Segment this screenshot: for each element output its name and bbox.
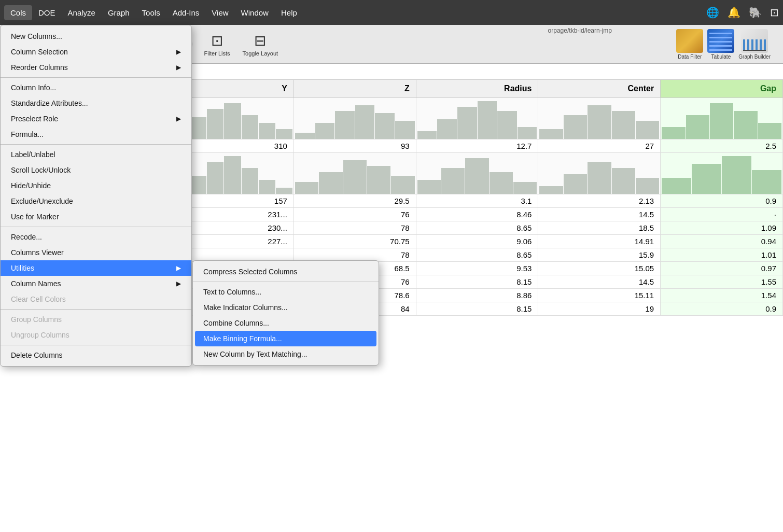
cell-z[interactable]: 78	[293, 221, 416, 235]
cell-gap[interactable]: 0.94	[661, 235, 783, 248]
filter-lists-button[interactable]: ⊡ Filter Lists	[199, 30, 235, 59]
menu-item-column-info[interactable]: Column Info...	[1, 80, 191, 95]
col-header-radius[interactable]: Radius	[416, 80, 538, 98]
menu-item-preselect-role[interactable]: Preselect Role ▶	[1, 111, 191, 127]
toolbar-right: Data Filter Tabulate Graph Builder	[676, 29, 779, 60]
menu-item-ungroup-columns: Ungroup Columns	[1, 327, 191, 343]
menu-separator	[1, 227, 191, 227]
cell-center[interactable]: 14.5	[538, 275, 661, 289]
cell-center[interactable]: 14.5	[538, 208, 661, 221]
graph-builder-button[interactable]: Graph Builder	[738, 29, 771, 60]
cell-radius[interactable]: 9.53	[416, 262, 538, 275]
hist-bar	[417, 131, 437, 139]
cell-gap[interactable]: 0.97	[661, 262, 783, 275]
menu-item-columns-viewer[interactable]: Columns Viewer	[1, 245, 191, 260]
toggle-layout-button[interactable]: ⊟ Toggle Layout	[237, 30, 284, 59]
cell-gap[interactable]: 1.09	[661, 221, 783, 235]
menu-analyze[interactable]: Analyze	[62, 5, 102, 20]
cell-radius[interactable]: 3.1	[416, 194, 538, 208]
menu-cols[interactable]: Cols	[4, 5, 32, 20]
cell-radius[interactable]: 8.15	[416, 275, 538, 289]
submenu-item-text-to-columns[interactable]: Text to Columns...	[193, 284, 379, 300]
cell-gap[interactable]: ·	[661, 208, 783, 221]
submenu-item-combine-columns[interactable]: Combine Columns...	[193, 315, 379, 331]
menu-item-new-columns[interactable]: New Columns...	[1, 29, 191, 44]
cell-radius[interactable]: 8.15	[416, 302, 538, 316]
hist-bar	[395, 121, 415, 139]
menu-addins[interactable]: Add-Ins	[166, 5, 206, 20]
cell-gap[interactable]: 2.5	[661, 139, 783, 153]
menu-item-standardize-attributes[interactable]: Standardize Attributes...	[1, 95, 191, 111]
cell-center[interactable]: 15.11	[538, 289, 661, 302]
cell-radius[interactable]: 8.86	[416, 289, 538, 302]
menu-item-scroll-lock[interactable]: Scroll Lock/Unlock	[1, 162, 191, 178]
bell-icon[interactable]: 🔔	[728, 6, 740, 19]
hist-bar	[539, 186, 563, 194]
cell-radius[interactable]: 8.65	[416, 221, 538, 235]
col-header-z[interactable]: Z	[293, 80, 416, 98]
cell-center[interactable]: 27	[538, 139, 661, 153]
menu-item-use-for-marker[interactable]: Use for Marker	[1, 209, 191, 225]
submenu-item-new-column-text[interactable]: New Column by Text Matching...	[193, 346, 379, 362]
hist-bar	[367, 166, 390, 194]
menu-window[interactable]: Window	[235, 5, 275, 20]
graph-builder-icon	[741, 29, 768, 53]
menu-item-reorder-columns[interactable]: Reorder Columns ▶	[1, 60, 191, 75]
cell-radius[interactable]: 8.46	[416, 208, 538, 221]
cols-dropdown-menu: New Columns... Column Selection ▶ Reorde…	[0, 25, 192, 367]
hist-bar	[497, 111, 517, 139]
menu-graph[interactable]: Graph	[102, 5, 136, 20]
cell-z[interactable]: 70.75	[293, 235, 416, 248]
hist-bar	[662, 178, 691, 194]
col-header-gap[interactable]: Gap	[661, 80, 783, 98]
cell-radius[interactable]: 9.06	[416, 235, 538, 248]
cell-center[interactable]: 14.91	[538, 235, 661, 248]
hist-bars-radius	[416, 98, 538, 139]
cell-center[interactable]: 15.9	[538, 248, 661, 262]
menu-help[interactable]: Help	[275, 5, 303, 20]
submenu-item-make-binning[interactable]: Make Binning Formula...	[195, 331, 376, 346]
cell-radius[interactable]: 12.7	[416, 139, 538, 153]
cell-center[interactable]: 15.05	[538, 262, 661, 275]
menu-item-formula[interactable]: Formula...	[1, 127, 191, 142]
tabulate-button[interactable]: Tabulate	[707, 29, 734, 60]
menu-doe[interactable]: DOE	[32, 5, 62, 20]
col-header-center[interactable]: Center	[538, 80, 661, 98]
globe-icon[interactable]: 🌐	[706, 6, 719, 19]
cell-z[interactable]: 93	[293, 139, 416, 153]
cell-center[interactable]: 2.13	[538, 194, 661, 208]
cell-z[interactable]: 29.5	[293, 194, 416, 208]
elephant-icon[interactable]: 🐘	[749, 6, 762, 19]
cell-center[interactable]: 18.5	[538, 221, 661, 235]
cell-gap[interactable]: 1.55	[661, 275, 783, 289]
menu-item-column-names[interactable]: Column Names ▶	[1, 276, 191, 291]
window-icon[interactable]: ⊡	[770, 6, 779, 19]
menu-item-hide-unhide[interactable]: Hide/Unhide	[1, 178, 191, 193]
menu-item-exclude-unexclude[interactable]: Exclude/Unexclude	[1, 193, 191, 209]
cell-gap[interactable]: 0.9	[661, 302, 783, 316]
cell-z[interactable]: 76	[293, 208, 416, 221]
menu-item-recode[interactable]: Recode...	[1, 229, 191, 245]
cell-gap[interactable]: 1.54	[661, 289, 783, 302]
tabulate-icon	[707, 29, 734, 53]
submenu-item-make-indicator[interactable]: Make Indicator Columns...	[193, 300, 379, 315]
hist-bar	[564, 174, 587, 194]
tabulate-label: Tabulate	[711, 54, 731, 60]
menu-item-delete-columns[interactable]: Delete Columns	[1, 347, 191, 363]
hist-bars2-center	[538, 153, 660, 194]
menu-item-utilities[interactable]: Utilities ▶	[1, 260, 191, 276]
hist-bar	[355, 105, 375, 139]
menu-item-label-unlabel[interactable]: Label/Unlabel	[1, 147, 191, 162]
cell-gap[interactable]: 0.9	[661, 194, 783, 208]
hist-bar	[478, 101, 497, 139]
menu-item-column-selection[interactable]: Column Selection ▶	[1, 44, 191, 60]
graph-builder-label: Graph Builder	[738, 54, 771, 60]
menu-view[interactable]: View	[205, 5, 234, 20]
submenu-item-compress[interactable]: Compress Selected Columns	[193, 264, 379, 279]
cell-z[interactable]: 78	[293, 248, 416, 262]
cell-gap[interactable]: 1.01	[661, 248, 783, 262]
cell-radius[interactable]: 8.65	[416, 248, 538, 262]
menu-tools[interactable]: Tools	[136, 5, 166, 20]
data-filter-button[interactable]: Data Filter	[676, 29, 703, 60]
cell-center[interactable]: 19	[538, 302, 661, 316]
